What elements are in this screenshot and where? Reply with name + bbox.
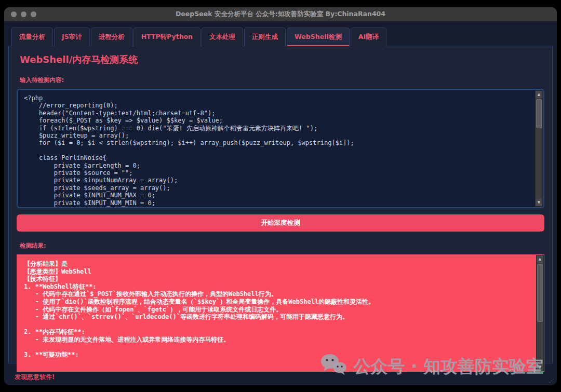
tab-文本处理[interactable]: 文本处理 [202,28,243,46]
window-title: DeepSeek 安全分析平台 公众号:知攻善防实验室 By:ChinaRan4… [176,10,385,19]
code-input-text[interactable]: <?php //error_reporting(0); header("Cont… [18,90,543,207]
resize-grip[interactable]: ⋰ [549,378,554,383]
tab-正则生成[interactable]: 正则生成 [244,28,286,46]
app-window: DeepSeek 安全分析平台 公众号:知攻善防实验室 By:ChinaRan4… [4,7,557,385]
result-scrollbar-thumb[interactable] [537,264,543,322]
input-label: 输入待检测内容: [20,76,544,84]
tab-进程分析[interactable]: 进程分析 [91,28,132,46]
window-controls [11,7,36,21]
tab-JS审计[interactable]: JS审计 [54,28,90,46]
detection-result-text: 【分析结果】是 【恶意类型】WebShell 【技术特征】 1. **WebSh… [17,254,544,359]
tab-流量分析[interactable]: 流量分析 [11,28,53,46]
tab-bar: 流量分析JS审计进程分析HTTP转Python文本处理正则生成WebShell检… [11,28,386,46]
webshell-detection-pane: WebShell/内存马检测系统 输入待检测内容: <?php //error_… [8,46,553,363]
start-detection-button[interactable]: 开始深度检测 [17,214,544,232]
code-input-area[interactable]: <?php //error_reporting(0); header("Cont… [17,89,544,208]
minimize-window-icon[interactable] [21,11,26,17]
title-bar: DeepSeek 安全分析平台 公众号:知攻善防实验室 By:ChinaRan4… [4,7,557,21]
result-scrollbar[interactable]: ▲ ▼ [536,255,544,371]
page-title: WebShell/内存马检测系统 [20,53,544,66]
maximize-window-icon[interactable] [31,11,36,17]
status-message: 发现恶意软件! [15,373,55,382]
result-label: 检测结果: [20,242,544,250]
code-scrollbar-thumb[interactable] [536,99,542,128]
tab-AI翻译[interactable]: AI翻译 [351,28,386,46]
tab-HTTP转Python[interactable]: HTTP转Python [133,28,201,46]
code-scrollbar[interactable]: ▲ ▼ [535,90,543,207]
scroll-up-icon[interactable]: ▲ [537,255,543,263]
scroll-up-icon[interactable]: ▲ [536,91,542,98]
scroll-down-icon[interactable]: ▼ [536,199,542,206]
detection-result-area[interactable]: 【分析结果】是 【恶意类型】WebShell 【技术特征】 1. **WebSh… [17,254,544,372]
close-window-icon[interactable] [11,11,17,17]
tab-WebShell检测[interactable]: WebShell检测 [287,28,350,46]
scroll-down-icon[interactable]: ▼ [537,363,543,371]
